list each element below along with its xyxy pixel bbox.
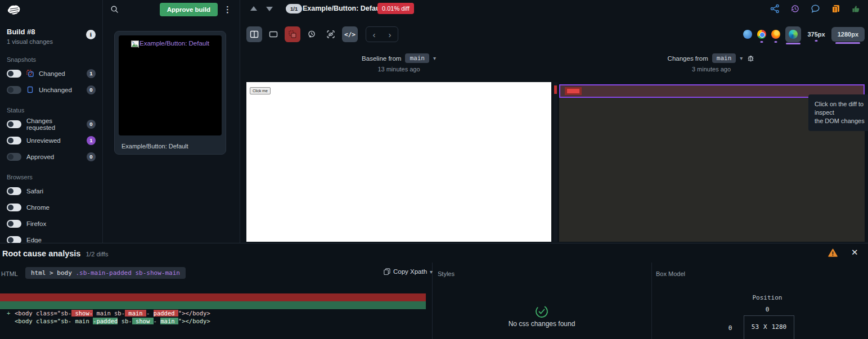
toggle-unreviewed[interactable]: [7, 137, 21, 144]
filter-label: Changes requested: [26, 117, 82, 131]
bug-icon[interactable]: [746, 54, 755, 62]
diff-tooltip: Click on the diff to inspect the DOM cha…: [808, 94, 868, 131]
next-story-icon[interactable]: [266, 7, 273, 11]
filter-label: Changed: [39, 70, 82, 77]
diff-highlight-button[interactable]: [285, 26, 300, 42]
copy-xpath-button[interactable]: Copy Xpath ▾: [384, 268, 433, 275]
comment-icon[interactable]: [811, 4, 820, 13]
history-icon[interactable]: [790, 4, 800, 13]
warning-icon[interactable]: [828, 248, 838, 257]
share-icon[interactable]: [770, 4, 780, 13]
diff-navigation: ‹ ›: [366, 26, 398, 42]
filter-changes-requested[interactable]: Changes requested 0: [7, 118, 96, 130]
filter-label: Safari: [26, 188, 96, 195]
story-thumbnail[interactable]: Example/Button: Default: [119, 35, 222, 135]
diff-line-added: + <body class="sb- main -padded sb- show…: [0, 301, 426, 309]
status-section: Status Changes requested 0 Unreviewed 1 …: [7, 107, 96, 162]
edge-icon: [789, 30, 798, 39]
chevron-down-icon[interactable]: ▾: [433, 55, 436, 61]
filter-firefox[interactable]: Firefox: [7, 218, 96, 229]
changes-label: Changes from: [668, 55, 708, 62]
safari-icon: [743, 30, 752, 39]
width-1280-button[interactable]: 1280px: [831, 27, 865, 42]
story-title: Example/Button: Default: [303, 4, 384, 12]
chromatic-logo[interactable]: [7, 3, 21, 18]
header-actions: [770, 4, 861, 13]
width-375-button[interactable]: 375px: [806, 28, 826, 41]
diff-element-outer: [565, 87, 582, 95]
chevron-down-icon: ▾: [430, 269, 433, 275]
firefox-browser-button[interactable]: [771, 30, 780, 39]
baseline-branch-pill[interactable]: main: [405, 53, 429, 63]
filter-label: Chrome: [26, 204, 96, 211]
view-mode-toolbar: </> ‹ ›: [246, 26, 398, 42]
browsers-section: Browsers Safari Chrome Firefox Edge: [7, 174, 96, 246]
previous-story-icon[interactable]: [250, 6, 257, 11]
diff-count: 1/2 diffs: [86, 251, 108, 257]
next-diff-icon[interactable]: ›: [382, 27, 398, 42]
filter-label: Approved: [26, 153, 82, 160]
filter-label: Unreviewed: [26, 137, 82, 144]
chrome-icon: [757, 30, 766, 39]
search-icon[interactable]: [110, 5, 119, 13]
toggle-approved[interactable]: [7, 153, 21, 161]
toggle-chrome[interactable]: [7, 204, 21, 211]
styles-column-label: Styles: [438, 270, 455, 277]
snapshot-button-content: Click me: [250, 87, 271, 94]
filter-label: Unchanged: [39, 87, 82, 93]
xpath-breadcrumb[interactable]: html > body .sb-main-padded sb-show-main: [25, 267, 186, 279]
close-icon[interactable]: ✕: [851, 247, 858, 257]
edge-browser-button[interactable]: [785, 26, 801, 42]
info-icon[interactable]: i: [86, 30, 96, 39]
changes-branch-pill[interactable]: main: [712, 53, 736, 63]
time-travel-button[interactable]: [304, 26, 320, 42]
approve-build-button[interactable]: Approve build: [160, 3, 218, 16]
build-title: Build #8: [7, 28, 53, 36]
firefox-icon: [771, 30, 780, 39]
chevron-down-icon[interactable]: ▾: [740, 55, 743, 61]
toggle-safari[interactable]: [7, 187, 21, 195]
story-caption: Example/Button: Default: [115, 139, 226, 153]
baseline-snapshot[interactable]: Click me: [246, 82, 551, 242]
story-counter: 1/1: [286, 4, 302, 13]
code-icon: </>: [344, 31, 356, 38]
diff-percent-badge: 0.01% diff: [377, 3, 414, 14]
root-cause-title: Root cause analysis: [2, 249, 80, 258]
count-badge: 1: [87, 136, 96, 145]
alert-doc-icon[interactable]: [831, 4, 840, 13]
filter-approved[interactable]: Approved 0: [7, 151, 96, 162]
section-title: Snapshots: [7, 56, 96, 63]
filter-safari[interactable]: Safari: [7, 185, 96, 197]
box-height: 1280: [772, 323, 787, 339]
filter-unreviewed[interactable]: Unreviewed 1: [7, 134, 96, 146]
diff-marker[interactable]: [554, 85, 557, 94]
changes-snapshot[interactable]: Click on the diff to inspect the DOM cha…: [558, 82, 865, 242]
html-column-label: HTML: [1, 270, 18, 277]
previous-diff-icon[interactable]: ‹: [366, 27, 382, 42]
inspect-code-button[interactable]: </>: [342, 26, 358, 42]
changed-snapshot-icon: [26, 70, 34, 77]
baseline-time: 13 minutes ago: [246, 66, 551, 73]
single-view-button[interactable]: [266, 26, 281, 42]
focus-visible-button[interactable]: [323, 26, 339, 42]
chrome-browser-button[interactable]: [757, 30, 766, 39]
toggle-changes-requested[interactable]: [7, 120, 21, 128]
thumbs-up-icon[interactable]: [851, 4, 861, 13]
toggle-firefox[interactable]: [7, 220, 21, 228]
toggle-unchanged[interactable]: [7, 86, 21, 94]
position-label: Position: [722, 294, 812, 301]
toggle-changed[interactable]: [7, 70, 21, 78]
changes-header: Changes from main ▾ 3 minutes ago: [558, 53, 865, 73]
box-separator: X: [763, 323, 767, 339]
kebab-menu-icon[interactable]: ⋮: [222, 4, 233, 15]
story-card[interactable]: Example/Button: Default Example/Button: …: [114, 31, 226, 155]
filter-label: Firefox: [26, 220, 96, 227]
filter-changed[interactable]: Changed 1: [7, 67, 96, 79]
safari-browser-button[interactable]: [743, 30, 752, 39]
filter-unchanged[interactable]: Unchanged 0: [7, 84, 96, 96]
diff-element-inner: [567, 89, 579, 93]
filter-chrome[interactable]: Chrome: [7, 201, 96, 213]
no-css-changes-message: No css changes found: [432, 320, 651, 328]
snapshots-section: Snapshots Changed 1 Unchanged 0: [7, 56, 96, 96]
side-by-side-view-button[interactable]: [246, 26, 262, 42]
